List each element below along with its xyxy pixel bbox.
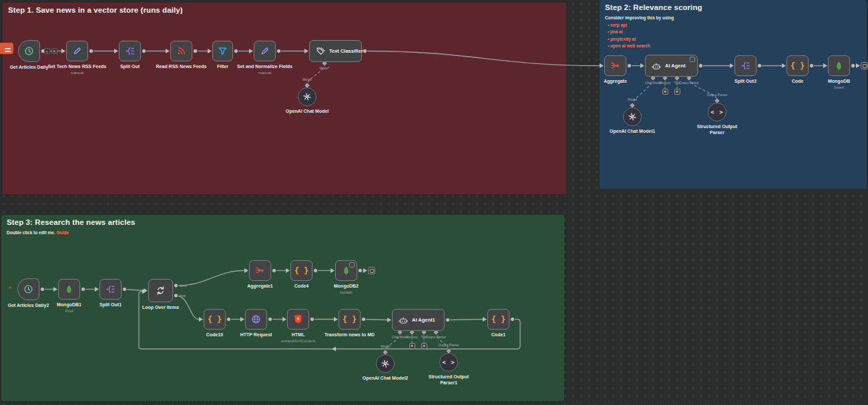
connection-add-button[interactable]: + [44,48,50,54]
openai-chat-model1-node[interactable] [623,107,642,126]
clock-icon [24,46,34,56]
split-out2-label: Split Out2 [734,79,756,85]
loop-over-items-output-label: loop [180,294,186,298]
code1-caption: Code1 [467,332,531,338]
loop-over-items-node[interactable] [148,279,173,302]
set-tech-news-rss-feeds-output-port [89,49,93,53]
ai-agent-node[interactable]: AI Agent [645,55,698,77]
openai-chat-model2-node[interactable] [376,354,395,373]
ai-agent1-sub-port-label: Memory [406,336,418,339]
add-subnode-button[interactable]: + [662,89,668,95]
get-articles-daily-node[interactable] [18,40,40,62]
ai-agent1-output-port [445,318,449,322]
openai-chat-model-label: OpenAI Chat Model [283,109,331,115]
mongodb2-caption: MongoDB2Update [314,284,379,295]
mongodb1-node[interactable] [58,279,80,300]
aggregate-label: Aggregate [604,79,627,85]
code-node[interactable]: { } [787,55,809,76]
code4-output-port [313,268,317,272]
mongodb2-node[interactable] [335,260,357,281]
set-and-normalize-fields-node[interactable] [254,41,276,61]
code10-output-port [226,317,230,321]
set-tech-news-rss-feeds-node[interactable] [66,41,88,61]
split-out2-node[interactable] [734,55,756,76]
execute-workflow-chip[interactable] [0,43,13,54]
openai-chat-model-node[interactable] [298,87,316,106]
set-and-normalize-fields-label: Set and Normalize Fields [237,64,292,70]
transform-news-to-md-label: Transform news to MD [324,332,375,338]
code-label: Code [792,79,804,85]
aggregate-node[interactable] [604,55,626,76]
structured-output-parser-node[interactable]: < > [708,103,726,121]
connection-delete-button[interactable]: ✕ [51,48,57,54]
filter-node[interactable] [212,41,233,61]
pencil-icon [260,46,270,56]
code4-node[interactable]: { } [290,260,312,281]
code-icon: { } [491,316,506,323]
loop-icon [156,286,166,296]
node-badge-icon [349,262,355,268]
openai-chat-model1-label: OpenAI Chat Model1 [608,129,656,135]
aggregate1-node[interactable] [249,260,271,281]
html5-icon: 5 [293,314,303,324]
mini-2-node[interactable] [368,267,375,274]
http-request-node[interactable] [245,309,267,330]
workflow-canvas: Step 1. Save news in a vector store (run… [0,0,868,405]
loop-over-items-output-label: done [180,284,187,288]
mongodb-caption: MongoDBInsert [807,79,868,90]
mongodb-output-port [851,63,855,67]
add-subnode-button[interactable]: + [409,343,415,349]
code1-node[interactable]: { } [487,309,509,330]
html-node[interactable]: 5 [287,309,309,330]
structured-output-parser-label: Structured Output Parser [693,124,741,135]
split-out2-output-port [757,63,761,67]
set-and-normalize-fields-caption: Set and Normalize Fieldsmanual [233,64,297,75]
code-icon: { } [343,316,357,323]
text-classifier-label: Text Classifier [329,48,363,54]
split-out-node[interactable] [119,41,141,61]
code1-label: Code1 [491,332,505,338]
read-rss-news-feeds-node[interactable] [170,41,192,61]
structured-output-parser1-node[interactable]: < > [439,353,458,372]
add-subnode-button[interactable]: + [674,89,680,95]
html-subtitle: extractHtmlContent [281,339,315,344]
mongodb-icon [834,61,844,71]
mongodb-icon [64,284,74,294]
ai-agent1-label: AI Agent1 [412,317,435,323]
ai-agent-sub-port-label: Output Parser [679,81,699,85]
structured-output-parser1-caption: Structured Output Parser1 [417,374,481,386]
mongodb-label: MongoDB [828,79,850,85]
loop-over-items-output-port [174,294,178,298]
code10-node[interactable]: { } [204,309,226,330]
ai-agent1-node[interactable]: AI Agent1 [392,309,445,331]
text-classifier-node[interactable]: Text Classifier [309,40,362,62]
loop-over-items-output-port [174,284,178,288]
add-subnode-button[interactable]: + [421,343,427,349]
mini-1-node[interactable] [861,62,868,69]
aggregate-output-port [627,63,631,67]
openai-chat-model2-label: OpenAI Chat Model2 [361,376,409,382]
code-icon: { } [791,63,805,69]
clock-icon [23,284,33,294]
text-classifier-output-port [363,49,367,53]
subnode-connection-label: Output Parser [438,343,459,347]
set-and-normalize-fields-output-port [276,49,280,53]
loop-over-items-caption: Loop Over Items [129,305,193,311]
ai-agent-label: AI Agent [665,63,686,69]
html-output-port [310,317,314,321]
openai-chat-model2-caption: OpenAI Chat Model2 [353,376,417,382]
subnode-connection-label: Model [302,77,312,81]
split-out1-label: Split Out1 [99,302,122,308]
split-out1-node[interactable] [99,279,122,300]
transform-news-to-md-caption: Transform news to MD [318,332,382,338]
mongodb1-label: MongoDB1 [57,302,81,308]
transform-news-to-md-node[interactable]: { } [339,309,361,330]
split-out-icon [125,46,135,56]
mongodb2-label: MongoDB2 [334,284,359,290]
filter-icon [218,46,228,56]
aggregate-icon [610,61,620,71]
subnode-connection-label: Model [381,344,390,348]
mongodb-node[interactable] [828,55,850,76]
ai-agent1-sub-port-label: Output Parser [426,336,446,339]
get-articles-daily2-node[interactable] [17,278,39,300]
